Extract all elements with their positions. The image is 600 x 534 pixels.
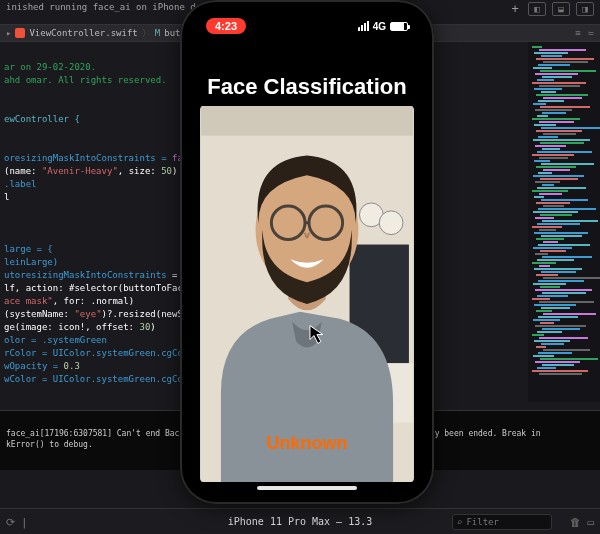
breadcrumb-file[interactable]: ViewController.swift — [29, 28, 137, 38]
minimap-content — [532, 46, 596, 375]
classification-result: Unknown — [190, 433, 424, 454]
code-line: ge(image: icon!, offset: 30) — [4, 322, 156, 332]
code-line: wColor = UIColor.systemGreen.cgColor — [4, 374, 199, 384]
panel-icon[interactable]: ▭ — [587, 516, 594, 529]
toggle-right-panel-button[interactable]: ◨ — [576, 2, 594, 16]
run-status-message: inished running face_ai on iPhone de OM — [6, 2, 217, 12]
toggle-left-panel-button[interactable]: ◧ — [528, 2, 546, 16]
add-tab-button[interactable]: + — [508, 2, 522, 16]
device-label: iPhone 11 Pro Max — 13.3 — [228, 516, 373, 527]
code-line: ahd omar. All rights reserved. — [4, 75, 167, 85]
trash-icon[interactable]: 🗑 — [570, 516, 581, 529]
console-line: kError() to debug. — [6, 440, 93, 449]
iphone-simulator: 4:23 4G Face Classification — [180, 0, 434, 504]
app-title: Face Classification — [190, 74, 424, 100]
camera-image — [200, 106, 414, 482]
phone-notch — [252, 10, 362, 32]
filter-input[interactable]: ⌕ Filter — [452, 514, 552, 530]
breadcrumb-separator: 〉 — [142, 27, 151, 40]
code-line: wOpacity = 0.3 — [4, 361, 80, 371]
code-line: large = { — [4, 244, 53, 254]
recording-time-pill: 4:23 — [206, 18, 246, 34]
battery-icon — [390, 22, 408, 31]
svg-rect-1 — [201, 106, 413, 136]
adjust-icon[interactable]: ≔ — [589, 28, 594, 38]
status-left-icons: ⟳ | — [6, 516, 28, 529]
code-line: ace mask", for: .normal) — [4, 296, 134, 306]
swift-file-icon — [15, 28, 25, 38]
code-line: olor = .systemGreen — [4, 335, 107, 345]
filter-placeholder: Filter — [466, 517, 499, 527]
filter-icon: ⌕ — [457, 517, 462, 527]
code-line: ewController { — [4, 114, 80, 124]
minimap[interactable] — [528, 42, 600, 402]
code-line: oresizingMaskIntoConstraints = false — [4, 153, 199, 163]
svg-point-5 — [379, 211, 403, 235]
code-line: .label — [4, 179, 37, 189]
code-line: rColor = UIColor.systemGreen.cgColor — [4, 348, 199, 358]
code-line: (name: "Avenir-Heavy", size: 50) — [4, 166, 177, 176]
network-label: 4G — [373, 21, 386, 32]
camera-preview — [200, 106, 414, 482]
back-icon[interactable]: ▸ — [6, 28, 11, 38]
phone-screen[interactable]: 4:23 4G Face Classification — [190, 10, 424, 494]
code-line: l — [4, 192, 9, 202]
list-icon[interactable]: ≡ — [575, 28, 580, 38]
divider: | — [21, 516, 28, 529]
toggle-bottom-panel-button[interactable]: ⬓ — [552, 2, 570, 16]
code-line: leinLarge) — [4, 257, 58, 267]
code-line: ar on 29-02-2020. — [4, 62, 96, 72]
window-layout-controls: + ◧ ⬓ ◨ — [502, 0, 600, 18]
auto-icon[interactable]: ⟳ — [6, 516, 15, 529]
status-right-icons: 🗑 ▭ — [570, 516, 594, 529]
method-icon: M — [155, 28, 160, 38]
home-indicator[interactable] — [257, 486, 357, 490]
